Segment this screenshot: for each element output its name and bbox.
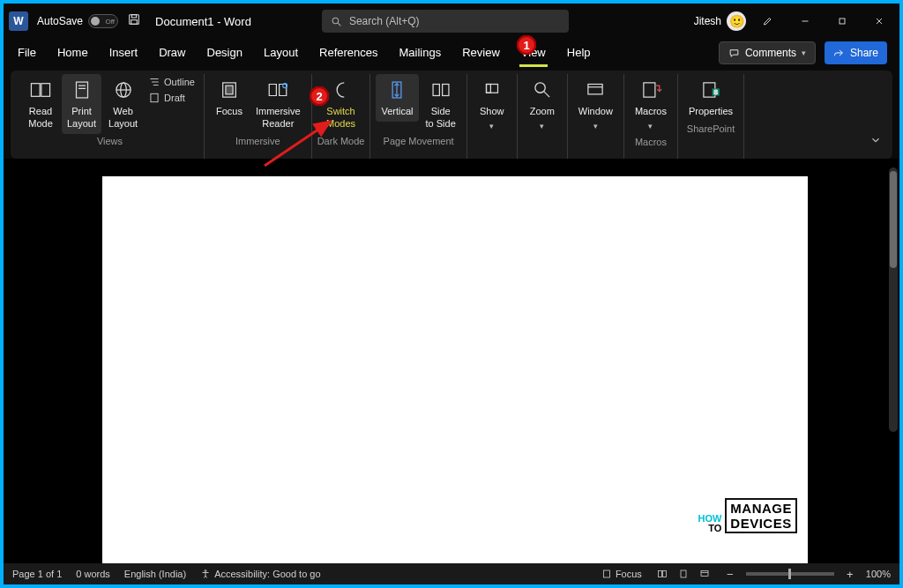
focus-button[interactable]: Focus bbox=[210, 74, 249, 122]
svg-rect-41 bbox=[603, 570, 609, 577]
svg-point-30 bbox=[535, 83, 545, 93]
svg-rect-43 bbox=[662, 571, 666, 577]
zoom-in-button[interactable]: + bbox=[845, 568, 855, 581]
svg-rect-10 bbox=[41, 84, 50, 97]
window-menu[interactable]: Window ▾ bbox=[573, 74, 618, 135]
status-page[interactable]: Page 1 of 1 bbox=[12, 569, 62, 579]
status-language[interactable]: English (India) bbox=[124, 569, 186, 579]
ribbon: Read Mode Print Layout Web Layout Outlin… bbox=[11, 71, 892, 159]
svg-rect-20 bbox=[151, 93, 158, 101]
save-button[interactable] bbox=[127, 12, 141, 30]
side-to-side-icon bbox=[429, 78, 452, 102]
document-area: HOW TO MANAGEDEVICES bbox=[4, 159, 899, 563]
print-layout-toggle[interactable] bbox=[674, 567, 693, 581]
autosave-toggle[interactable]: Off bbox=[88, 14, 118, 28]
vertical-button[interactable]: Vertical bbox=[376, 74, 418, 122]
zoom-slider[interactable] bbox=[746, 572, 834, 576]
outline-button[interactable]: Outline bbox=[148, 76, 195, 88]
properties-button[interactable]: S Properties bbox=[683, 74, 738, 122]
draft-icon bbox=[148, 92, 160, 104]
zoom-out-button[interactable]: − bbox=[725, 568, 735, 581]
svg-rect-2 bbox=[131, 20, 138, 25]
user-account[interactable]: Jitesh 🙂 bbox=[694, 11, 746, 31]
svg-rect-44 bbox=[681, 570, 686, 577]
avatar: 🙂 bbox=[727, 11, 746, 31]
draft-button[interactable]: Draft bbox=[148, 92, 195, 104]
read-mode-toggle[interactable] bbox=[653, 567, 672, 581]
group-label-sharepoint: SharePoint bbox=[687, 122, 735, 138]
print-layout-button[interactable]: Print Layout bbox=[62, 74, 101, 134]
focus-mode-icon bbox=[601, 569, 612, 579]
svg-rect-9 bbox=[31, 84, 40, 97]
view-toggle-group bbox=[653, 567, 714, 581]
svg-rect-28 bbox=[486, 85, 497, 93]
zoom-menu[interactable]: Zoom ▾ bbox=[523, 74, 562, 135]
tab-mailings[interactable]: Mailings bbox=[398, 42, 444, 64]
group-label-macros: Macros bbox=[635, 135, 667, 151]
close-button[interactable] bbox=[864, 9, 894, 33]
ribbon-group-sharepoint: S Properties SharePoint bbox=[678, 74, 744, 159]
svg-rect-29 bbox=[486, 85, 490, 93]
moon-icon bbox=[330, 78, 353, 102]
autosave-control[interactable]: AutoSave Off bbox=[37, 14, 118, 28]
svg-line-39 bbox=[265, 122, 330, 166]
tab-design[interactable]: Design bbox=[205, 42, 244, 64]
tab-draw[interactable]: Draw bbox=[157, 42, 187, 64]
maximize-button[interactable] bbox=[827, 9, 857, 33]
search-placeholder: Search (Alt+Q) bbox=[349, 15, 420, 27]
vertical-scrollbar[interactable] bbox=[889, 167, 898, 432]
svg-point-3 bbox=[332, 18, 339, 24]
tab-help[interactable]: Help bbox=[565, 42, 593, 64]
immersive-reader-icon bbox=[266, 78, 289, 102]
chevron-down-icon: ▾ bbox=[802, 48, 806, 57]
tab-home[interactable]: Home bbox=[56, 42, 90, 64]
ribbon-group-window: Window ▾ bbox=[568, 74, 624, 159]
read-mode-button[interactable]: Read Mode bbox=[21, 74, 60, 134]
web-layout-toggle[interactable] bbox=[695, 567, 714, 581]
status-words[interactable]: 0 words bbox=[76, 569, 110, 579]
comments-button[interactable]: Comments ▾ bbox=[719, 41, 816, 64]
side-to-side-button[interactable]: Side to Side bbox=[421, 74, 461, 134]
share-icon bbox=[833, 48, 845, 59]
svg-rect-1 bbox=[131, 15, 136, 18]
comments-label: Comments bbox=[745, 47, 796, 59]
svg-rect-11 bbox=[76, 82, 87, 98]
show-icon bbox=[481, 78, 504, 102]
share-button[interactable]: Share bbox=[825, 41, 887, 64]
web-layout-button[interactable]: Web Layout bbox=[103, 74, 143, 134]
ribbon-tabs: File Home Insert Draw Design Layout Refe… bbox=[4, 39, 899, 67]
ribbon-group-pagemovement: Vertical Side to Side Page Movement bbox=[370, 74, 466, 159]
collapse-ribbon-button[interactable] bbox=[869, 134, 882, 150]
search-input[interactable]: Search (Alt+Q) bbox=[322, 10, 569, 33]
svg-line-31 bbox=[543, 92, 549, 98]
group-label-views: Views bbox=[97, 134, 123, 150]
tab-review[interactable]: Review bbox=[460, 42, 502, 64]
autosave-label: AutoSave bbox=[37, 15, 83, 27]
zoom-percent[interactable]: 100% bbox=[866, 569, 891, 579]
minimize-button[interactable] bbox=[790, 9, 820, 33]
ribbon-group-show: Show ▾ bbox=[467, 74, 518, 159]
tab-file[interactable]: File bbox=[16, 42, 38, 64]
svg-rect-27 bbox=[442, 85, 448, 96]
callout-badge-1: 1 bbox=[517, 35, 536, 55]
svg-rect-26 bbox=[433, 85, 439, 96]
callout-arrow bbox=[261, 116, 340, 169]
ribbon-group-zoom: Zoom ▾ bbox=[518, 74, 568, 159]
statusbar: Page 1 of 1 0 words English (India) Acce… bbox=[4, 563, 899, 584]
vertical-icon bbox=[385, 78, 408, 102]
chevron-down-icon: ▾ bbox=[540, 122, 544, 131]
status-accessibility[interactable]: Accessibility: Good to go bbox=[200, 569, 320, 579]
search-icon bbox=[331, 16, 342, 27]
show-menu[interactable]: Show ▾ bbox=[473, 74, 511, 135]
svg-point-40 bbox=[205, 570, 206, 572]
tab-insert[interactable]: Insert bbox=[108, 42, 140, 64]
pen-mode-button[interactable] bbox=[753, 9, 783, 33]
ribbon-group-macros: Macros ▾ Macros bbox=[624, 74, 678, 159]
tab-layout[interactable]: Layout bbox=[262, 42, 300, 64]
titlebar: W AutoSave Off Document1 - Word Search (… bbox=[4, 4, 899, 39]
chevron-down-icon: ▾ bbox=[489, 122, 494, 131]
tab-references[interactable]: References bbox=[317, 42, 379, 64]
ribbon-group-views: Read Mode Print Layout Web Layout Outlin… bbox=[16, 74, 205, 159]
macros-menu[interactable]: Macros ▾ bbox=[630, 74, 672, 135]
status-focus[interactable]: Focus bbox=[601, 569, 642, 579]
